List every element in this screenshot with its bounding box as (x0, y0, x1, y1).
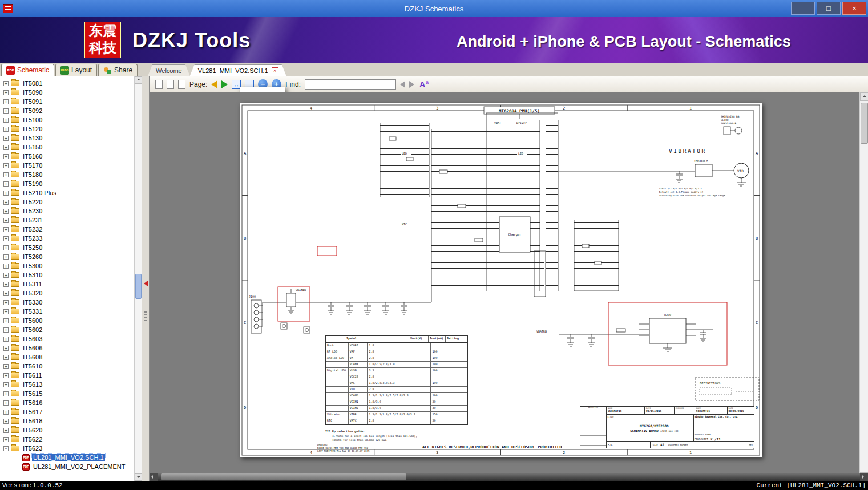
tree-item[interactable]: + IT5180 (0, 170, 134, 179)
tree-item[interactable]: + IT5250 (0, 243, 134, 252)
tree-item[interactable]: - IT5623 (0, 444, 134, 453)
tree-item[interactable]: + IT5160 (0, 152, 134, 161)
find-next-icon[interactable] (409, 81, 414, 88)
tree-item[interactable]: + IT5190 (0, 179, 134, 188)
tree-expander-icon[interactable]: + (3, 81, 9, 86)
tree-expander-icon[interactable]: + (3, 209, 9, 214)
find-input[interactable] (305, 79, 396, 90)
tree-expander-icon[interactable]: + (3, 300, 9, 305)
tree-item[interactable]: + IT5618 (0, 416, 134, 426)
tree-item[interactable]: + IT5230 (0, 206, 134, 216)
tree-expander-icon[interactable]: + (3, 181, 9, 187)
tree-expander-icon[interactable]: + (3, 127, 9, 132)
tree-item[interactable]: + IT5092 (0, 106, 134, 115)
pdf-viewport[interactable]: 4 3 2 1 4 3 2 1 A B C D A B C D (150, 92, 859, 473)
tree-item[interactable]: + IT5260 (0, 252, 134, 261)
tree-expander-icon[interactable]: + (3, 264, 9, 269)
tab-share[interactable]: Share (98, 64, 138, 76)
tree-item[interactable]: + IT5232 (0, 225, 134, 234)
facing-pages-icon[interactable] (178, 80, 185, 89)
tree-item[interactable]: UL281_MMI_VO2_PLACEMENT (0, 462, 134, 471)
maximize-button[interactable]: □ (817, 2, 841, 15)
tree-item[interactable]: + IT5300 (0, 261, 134, 270)
tree-item[interactable]: + IT5320 (0, 289, 134, 298)
tree-item[interactable]: + IT5615 (0, 389, 134, 398)
tree-expander-icon[interactable]: + (3, 410, 9, 415)
tree-expander-icon[interactable]: + (3, 291, 9, 296)
tree-item[interactable]: + IT5603 (0, 334, 134, 343)
tree-item[interactable]: + IT5613 (0, 380, 134, 389)
tree-expander-icon[interactable]: + (3, 218, 9, 223)
tree-expander-icon[interactable]: + (3, 118, 9, 123)
tree-expander-icon[interactable]: + (3, 90, 9, 95)
tree-expander-icon[interactable]: - (3, 446, 9, 451)
tree-item[interactable]: + IT5310 (0, 270, 134, 280)
tree-item[interactable]: + IT5210 Plus (0, 188, 134, 197)
tree-item[interactable]: + IT5090 (0, 88, 134, 97)
scroll-right-icon[interactable] (860, 473, 868, 481)
sidebar-scrollbar[interactable] (134, 76, 142, 481)
tree-item[interactable]: + IT5608 (0, 353, 134, 362)
tree-expander-icon[interactable]: + (3, 364, 9, 369)
tree-expander-icon[interactable]: + (3, 99, 9, 104)
continuous-view-icon[interactable] (167, 80, 174, 89)
tree-expander-icon[interactable]: + (3, 327, 9, 333)
tree-expander-icon[interactable]: + (3, 400, 9, 406)
tree-expander-icon[interactable]: + (3, 428, 9, 433)
next-page-icon[interactable] (221, 80, 228, 88)
tree-expander-icon[interactable]: + (3, 437, 9, 442)
tree-item[interactable]: + IT5330 (0, 298, 134, 307)
tree-expander-icon[interactable]: + (3, 245, 9, 250)
tree-item[interactable]: + IT5091 (0, 97, 134, 106)
tree-item[interactable]: + IT5616 (0, 398, 134, 407)
sidebar-collapse-icon[interactable] (144, 281, 148, 286)
pdf-vscroll-thumb[interactable] (861, 103, 868, 144)
tab-document[interactable]: VL281_MMI_VO2.SCH.1 × (190, 64, 286, 76)
tree-item[interactable]: + IT5231 (0, 216, 134, 225)
sidebar-splitter[interactable] (142, 76, 149, 481)
tree-expander-icon[interactable]: + (3, 136, 9, 141)
find-previous-icon[interactable] (400, 81, 405, 88)
tree-expander-icon[interactable]: + (3, 273, 9, 278)
tree-item[interactable]: + IT5600 (0, 316, 134, 325)
tree-item[interactable]: + IT5611 (0, 371, 134, 380)
scroll-left-icon[interactable] (150, 473, 158, 481)
tree-expander-icon[interactable]: + (3, 419, 9, 424)
tree-item[interactable]: + IT5606 (0, 343, 134, 353)
tree-item[interactable]: + IT5233 (0, 234, 134, 243)
pdf-vertical-scrollbar[interactable] (859, 92, 868, 481)
tree-item[interactable]: + IT5100 (0, 115, 134, 124)
tree-expander-icon[interactable]: + (3, 191, 9, 196)
tree-item[interactable]: + IT5331 (0, 307, 134, 316)
tree-expander-icon[interactable]: + (3, 200, 9, 205)
tree-expander-icon[interactable]: + (3, 382, 9, 387)
minimize-button[interactable]: – (791, 2, 815, 15)
tree-item[interactable]: + IT5081 (0, 79, 134, 88)
pdf-hscroll-thumb[interactable] (161, 473, 406, 480)
close-button[interactable]: × (842, 2, 866, 15)
tab-schematic[interactable]: Schematic (1, 64, 54, 76)
tree-item[interactable]: + IT5311 (0, 280, 134, 289)
prev-page-icon[interactable] (211, 80, 217, 88)
pdf-horizontal-scrollbar[interactable] (150, 473, 868, 481)
tree-item[interactable]: + IT5150 (0, 143, 134, 152)
tree-expander-icon[interactable]: + (3, 346, 9, 351)
tree-expander-icon[interactable]: + (3, 236, 9, 241)
tree-expander-icon[interactable]: + (3, 309, 9, 314)
tree-expander-icon[interactable]: + (3, 254, 9, 260)
tree-expander-icon[interactable]: + (3, 154, 9, 159)
tree-item[interactable]: UL281_MMI_VO2.SCH.1 (0, 453, 134, 462)
tree-expander-icon[interactable]: + (3, 227, 9, 232)
tree-item[interactable]: + IT5617 (0, 407, 134, 416)
tree-expander-icon[interactable]: + (3, 337, 9, 342)
tree-item[interactable]: + IT5622 (0, 435, 134, 444)
scroll-up-icon[interactable] (860, 92, 868, 101)
tree-expander-icon[interactable]: + (3, 145, 9, 150)
tree-item[interactable]: + IT5130 (0, 133, 134, 143)
tree-expander-icon[interactable]: + (3, 373, 9, 378)
tree-item[interactable]: + IT5120 (0, 124, 134, 133)
tree-expander-icon[interactable]: + (3, 355, 9, 360)
tab-layout[interactable]: Layout (55, 64, 97, 76)
sidebar-scroll-thumb[interactable] (135, 274, 142, 299)
tree-expander-icon[interactable]: + (3, 172, 9, 177)
